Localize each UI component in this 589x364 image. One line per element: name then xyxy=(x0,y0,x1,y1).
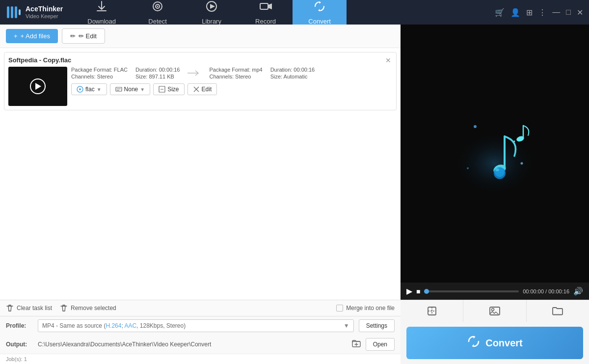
profile-select[interactable]: MP4 - Same as source (H.264; AAC, 128Kbp… xyxy=(38,319,354,332)
toolbar: + + Add files ✏ ✏ Edit xyxy=(0,25,401,48)
convert-spin-icon xyxy=(467,335,481,351)
time-display: 00:00:00 / 00:00:16 xyxy=(523,288,569,294)
none-select-button[interactable]: None ▼ xyxy=(110,83,151,95)
image-icon xyxy=(489,305,501,317)
output-row: Output: C:\Users\Alexandra\Documents\Ace… xyxy=(0,335,401,354)
preview-area xyxy=(401,25,589,283)
svg-point-30 xyxy=(521,162,523,165)
right-panel: ▶ ■ 00:00:00 / 00:00:16 🔊 xyxy=(401,25,589,364)
src-channels: Channels: Stereo xyxy=(71,74,128,79)
file-edit-label: Edit xyxy=(202,86,212,93)
svg-point-35 xyxy=(495,168,499,171)
app-name: AceThinker Video Keeper xyxy=(26,5,63,20)
volume-button[interactable]: 🔊 xyxy=(573,286,583,296)
cart-icon[interactable]: 🛒 xyxy=(495,8,505,17)
format-label: flac xyxy=(85,86,95,93)
tab-library[interactable]: Library xyxy=(185,0,239,25)
svg-point-31 xyxy=(467,167,469,169)
user-icon[interactable]: 👤 xyxy=(510,8,520,17)
file-info: Package Format: FLAC Channels: Stereo Du… xyxy=(71,67,392,95)
convert-icon xyxy=(313,0,326,16)
subtitle-icon xyxy=(115,86,122,93)
app-logo: AceThinker Video Keeper xyxy=(6,4,63,20)
trash-icon xyxy=(60,304,68,312)
settings-button[interactable]: Settings xyxy=(359,319,395,332)
crop-action-button[interactable] xyxy=(401,300,463,322)
svg-rect-1 xyxy=(7,6,9,18)
menu-icon[interactable]: ⋮ xyxy=(538,8,546,17)
svg-marker-10 xyxy=(210,4,215,9)
folder-action-button[interactable] xyxy=(527,300,589,322)
profile-label: Profile: xyxy=(6,322,33,329)
svg-point-8 xyxy=(157,5,159,7)
tab-record-label: Record xyxy=(255,18,276,25)
play-button[interactable] xyxy=(30,78,46,94)
tab-detect[interactable]: Detect xyxy=(131,0,185,25)
clear-task-label: Clear task list xyxy=(17,305,52,312)
merge-label: Merge into one file xyxy=(346,305,395,312)
file-item: ✕ Softpedia - Copy.flac Package Format: … xyxy=(4,52,397,110)
tab-record[interactable]: Record xyxy=(239,0,293,25)
bottom-bar: Clear task list Remove selected Merge in… xyxy=(0,300,401,316)
dst-duration: Duration: 00:00:16 xyxy=(270,67,315,73)
profile-section: Profile: MP4 - Same as source (H.264; AA… xyxy=(0,316,401,354)
detect-icon xyxy=(151,0,164,16)
remove-selected-button[interactable]: Remove selected xyxy=(60,304,116,312)
pencil-icon: ✏ xyxy=(70,32,76,40)
svg-rect-5 xyxy=(97,10,107,11)
title-bar: AceThinker Video Keeper Download Detect xyxy=(0,0,589,25)
file-close-button[interactable]: ✕ xyxy=(383,55,393,65)
nav-tabs: Download Detect Library Record xyxy=(73,0,495,25)
grid-icon[interactable]: ⊞ xyxy=(526,8,533,17)
folder-open-icon[interactable] xyxy=(352,339,361,350)
convert-button[interactable]: Convert xyxy=(406,327,583,359)
progress-bar[interactable] xyxy=(424,290,519,292)
clear-icon xyxy=(6,304,14,312)
remove-selected-label: Remove selected xyxy=(71,305,116,312)
library-icon xyxy=(205,0,218,16)
format-select-button[interactable]: flac ▼ xyxy=(71,83,107,95)
stop-button[interactable]: ■ xyxy=(416,287,420,295)
size-label: Size xyxy=(167,86,179,93)
close-icon[interactable]: ✕ xyxy=(577,8,583,17)
folder-icon xyxy=(552,305,563,317)
edit-label: ✏ Edit xyxy=(79,32,97,40)
profile-row: Profile: MP4 - Same as source (H.264; AA… xyxy=(0,316,401,335)
open-button[interactable]: Open xyxy=(366,338,395,351)
svg-rect-3 xyxy=(15,6,17,18)
clear-task-button[interactable]: Clear task list xyxy=(6,304,52,312)
play-pause-button[interactable]: ▶ xyxy=(406,286,412,296)
dst-channels: Channels: Stereo xyxy=(209,74,262,79)
plus-icon: + xyxy=(14,32,18,40)
file-name: Softpedia - Copy.flac xyxy=(8,56,392,64)
svg-marker-12 xyxy=(268,3,272,9)
size-button[interactable]: Size xyxy=(153,83,184,95)
none-label: None xyxy=(124,86,138,93)
chevron-icon2: ▼ xyxy=(140,87,145,92)
tab-convert[interactable]: Convert xyxy=(293,0,347,25)
output-label: Output: xyxy=(6,341,33,348)
scissors-icon xyxy=(193,86,200,93)
file-edit-button[interactable]: Edit xyxy=(187,83,217,95)
edit-button[interactable]: ✏ ✏ Edit xyxy=(62,28,105,44)
dst-format: Package Format: mp4 xyxy=(209,67,262,73)
maximize-icon[interactable]: □ xyxy=(566,8,571,17)
minimize-icon[interactable]: — xyxy=(552,8,560,17)
tab-download-label: Download xyxy=(87,18,116,25)
tab-download[interactable]: Download xyxy=(73,0,131,25)
chevron-icon: ▼ xyxy=(97,87,102,92)
src-size: Size: 897.11 KB xyxy=(135,74,180,79)
svg-rect-11 xyxy=(260,3,268,9)
merge-checkbox[interactable] xyxy=(336,305,343,312)
arrow-icon xyxy=(187,69,201,77)
play-triangle-icon xyxy=(35,83,41,90)
progress-dot xyxy=(424,289,429,294)
image-action-button[interactable] xyxy=(463,300,526,322)
action-bar xyxy=(401,300,589,322)
merge-container: Merge into one file xyxy=(336,305,395,312)
add-files-button[interactable]: + + Add files xyxy=(6,29,58,43)
player-controls: ▶ ■ 00:00:00 / 00:00:16 🔊 xyxy=(401,283,589,300)
tab-convert-label: Convert xyxy=(308,18,331,25)
svg-point-40 xyxy=(491,309,494,311)
dropdown-chevron: ▼ xyxy=(344,322,349,329)
